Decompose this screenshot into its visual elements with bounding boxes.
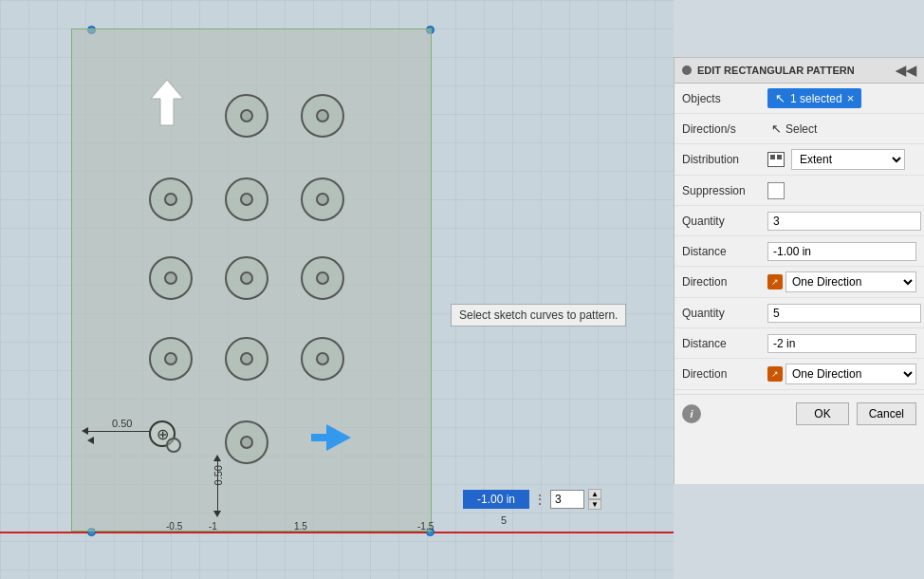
bottom-count-label: 5 [501,514,507,526]
distribution-label: Distribution [682,153,767,166]
left-arrow-dim [87,437,94,444]
distance2-row: Distance [675,328,924,359]
direction1-select[interactable]: One Direction [785,271,916,292]
circle-r5c2 [225,420,268,464]
distance2-control [767,334,916,353]
handle-secondary[interactable] [166,438,181,453]
distance1-control [767,242,916,261]
ok-button[interactable]: OK [796,402,848,425]
quantity1-input[interactable] [767,212,921,231]
select-direction-btn[interactable]: ↖ Select [767,120,821,138]
objects-row: Objects ↖ 1 selected × [675,84,924,114]
bottom-input-group[interactable]: ⋮ ▲ ▼ [463,489,601,510]
direction1-label: Direction [682,275,767,289]
quantity2-input[interactable] [767,304,921,323]
quantity2-label: Quantity [682,307,767,320]
vert-arrow-top [213,455,221,461]
distribution-icon [767,152,785,167]
direction2-icon: ↗ [767,366,783,382]
canvas-tooltip: Select sketch curves to pattern. [451,304,626,327]
direction2-control: ↗ One Direction [767,364,916,384]
spinner-up[interactable]: ▲ [588,489,601,499]
cursor-small-icon: ↖ [771,121,782,136]
badge-close-btn[interactable]: × [847,92,855,104]
direction1-control: ↗ One Direction [767,271,916,292]
directions-row: Direction/s ↖ Select [675,114,924,144]
distance1-label: Distance [682,245,767,258]
dim-scale-4: -1.5 [417,521,434,532]
blue-right-arrow[interactable] [311,424,351,451]
suppression-row: Suppression [675,176,924,206]
distance-input[interactable] [463,490,529,509]
directions-control: ↖ Select [767,120,916,138]
circle-r1c2 [225,94,268,138]
count-spinner[interactable]: ▲ ▼ [588,489,601,510]
panel-header: EDIT RECTANGULAR PATTERN ◀◀ [675,58,924,84]
right-panel: EDIT RECTANGULAR PATTERN ◀◀ Objects ↖ 1 … [674,57,924,484]
distribution-control: Extent [767,149,916,170]
directions-label: Direction/s [682,122,767,136]
panel-footer: i OK Cancel [675,394,924,433]
vert-arrow-bottom [213,511,221,517]
vert-dimension: 0.50 [212,465,225,485]
quantity1-control: ▲ ▼ [767,212,924,231]
red-axis-line [0,532,674,533]
dim-scale-1: -0.5 [166,521,182,532]
distance2-label: Distance [682,337,767,350]
circle-r2c1 [149,177,193,221]
circle-r3c1 [149,256,193,300]
circle-r3c3 [301,256,344,300]
count-input[interactable] [550,490,584,509]
info-button[interactable]: i [682,404,701,423]
dim-scale-2: -1 [209,521,217,532]
suppression-label: Suppression [682,184,767,197]
objects-label: Objects [682,92,767,105]
circle-r4c2 [225,337,268,381]
panel-header-icon [682,65,692,75]
panel-title: EDIT RECTANGULAR PATTERN [697,65,855,76]
circle-r1c3 [301,94,344,138]
quantity2-control: ▲ ▼ [767,304,924,323]
selected-count-text: 1 selected [790,92,842,105]
cursor-icon: ↖ [775,91,785,105]
arrow-up-icon [149,78,185,130]
dim-scale-3: 1.5 [294,521,307,532]
canvas-area: ⊕ 0.50 0.50 -0.5 -1 1.5 -1.5 Select sket… [0,0,674,579]
cancel-button[interactable]: Cancel [857,402,916,425]
direction1-icon: ↗ [767,274,783,290]
distance2-input[interactable] [767,334,916,353]
circle-r2c2 [225,177,268,221]
suppression-control [767,182,916,199]
circle-r3c2 [225,256,268,300]
quantity1-row: Quantity ▲ ▼ [675,206,924,236]
circle-r4c3 [301,337,344,381]
horiz-dimension: 0.50 [82,425,170,437]
suppression-checkbox[interactable] [767,182,785,199]
quantity1-label: Quantity [682,215,767,228]
direction2-label: Direction [682,367,767,381]
vert-dim-line [217,456,218,513]
direction2-row: Direction ↗ One Direction [675,359,924,390]
distribution-select[interactable]: Extent [791,149,905,170]
direction2-select[interactable]: One Direction [785,364,916,384]
panel-expand-btn[interactable]: ◀◀ [896,63,916,78]
distance1-input[interactable] [767,242,916,261]
quantity2-row: Quantity ▲ ▼ [675,298,924,328]
distance1-row: Distance [675,236,924,267]
spinner-down[interactable]: ▼ [588,499,601,510]
options-dots[interactable]: ⋮ [533,492,546,507]
svg-marker-0 [151,80,183,125]
objects-control: ↖ 1 selected × [767,88,916,108]
selected-badge: ↖ 1 selected × [767,88,861,108]
circle-r2c3 [301,177,344,221]
direction1-row: Direction ↗ One Direction [675,267,924,298]
distribution-row: Distribution Extent [675,144,924,176]
circle-r4c1 [149,337,193,381]
